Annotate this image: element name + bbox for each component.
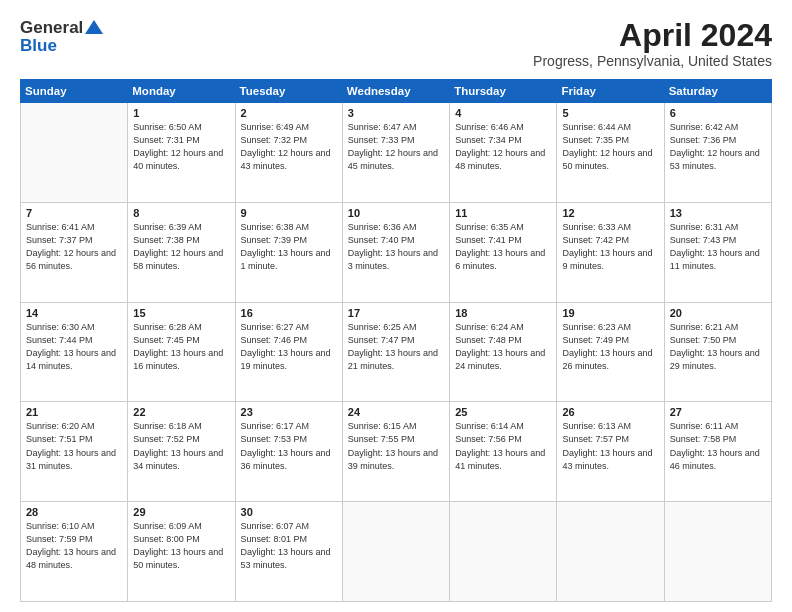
day-detail: Sunrise: 6:31 AMSunset: 7:43 PMDaylight:…	[670, 221, 766, 273]
day-number: 25	[455, 406, 551, 418]
day-detail: Sunrise: 6:39 AMSunset: 7:38 PMDaylight:…	[133, 221, 229, 273]
calendar-week-row: 1Sunrise: 6:50 AMSunset: 7:31 PMDaylight…	[21, 103, 772, 203]
day-number: 21	[26, 406, 122, 418]
table-row: 22Sunrise: 6:18 AMSunset: 7:52 PMDayligh…	[128, 402, 235, 502]
day-number: 17	[348, 307, 444, 319]
table-row: 6Sunrise: 6:42 AMSunset: 7:36 PMDaylight…	[664, 103, 771, 203]
header-thursday: Thursday	[450, 80, 557, 103]
header-monday: Monday	[128, 80, 235, 103]
table-row: 10Sunrise: 6:36 AMSunset: 7:40 PMDayligh…	[342, 202, 449, 302]
day-detail: Sunrise: 6:21 AMSunset: 7:50 PMDaylight:…	[670, 321, 766, 373]
table-row: 1Sunrise: 6:50 AMSunset: 7:31 PMDaylight…	[128, 103, 235, 203]
calendar-week-row: 21Sunrise: 6:20 AMSunset: 7:51 PMDayligh…	[21, 402, 772, 502]
header-wednesday: Wednesday	[342, 80, 449, 103]
day-number: 9	[241, 207, 337, 219]
logo: General Blue	[20, 18, 103, 56]
day-detail: Sunrise: 6:46 AMSunset: 7:34 PMDaylight:…	[455, 121, 551, 173]
day-detail: Sunrise: 6:30 AMSunset: 7:44 PMDaylight:…	[26, 321, 122, 373]
day-detail: Sunrise: 6:47 AMSunset: 7:33 PMDaylight:…	[348, 121, 444, 173]
table-row: 28Sunrise: 6:10 AMSunset: 7:59 PMDayligh…	[21, 502, 128, 602]
header-friday: Friday	[557, 80, 664, 103]
table-row: 19Sunrise: 6:23 AMSunset: 7:49 PMDayligh…	[557, 302, 664, 402]
day-number: 6	[670, 107, 766, 119]
day-detail: Sunrise: 6:41 AMSunset: 7:37 PMDaylight:…	[26, 221, 122, 273]
day-number: 7	[26, 207, 122, 219]
table-row: 27Sunrise: 6:11 AMSunset: 7:58 PMDayligh…	[664, 402, 771, 502]
logo-general: General	[20, 18, 83, 38]
day-number: 1	[133, 107, 229, 119]
table-row: 20Sunrise: 6:21 AMSunset: 7:50 PMDayligh…	[664, 302, 771, 402]
table-row: 7Sunrise: 6:41 AMSunset: 7:37 PMDaylight…	[21, 202, 128, 302]
table-row: 30Sunrise: 6:07 AMSunset: 8:01 PMDayligh…	[235, 502, 342, 602]
page: General Blue April 2024 Progress, Pennsy…	[0, 0, 792, 612]
day-number: 8	[133, 207, 229, 219]
day-detail: Sunrise: 6:44 AMSunset: 7:35 PMDaylight:…	[562, 121, 658, 173]
table-row: 17Sunrise: 6:25 AMSunset: 7:47 PMDayligh…	[342, 302, 449, 402]
calendar-week-row: 7Sunrise: 6:41 AMSunset: 7:37 PMDaylight…	[21, 202, 772, 302]
day-detail: Sunrise: 6:33 AMSunset: 7:42 PMDaylight:…	[562, 221, 658, 273]
day-detail: Sunrise: 6:18 AMSunset: 7:52 PMDaylight:…	[133, 420, 229, 472]
day-detail: Sunrise: 6:27 AMSunset: 7:46 PMDaylight:…	[241, 321, 337, 373]
day-detail: Sunrise: 6:09 AMSunset: 8:00 PMDaylight:…	[133, 520, 229, 572]
table-row	[664, 502, 771, 602]
title-location: Progress, Pennsylvania, United States	[533, 53, 772, 69]
day-detail: Sunrise: 6:11 AMSunset: 7:58 PMDaylight:…	[670, 420, 766, 472]
day-detail: Sunrise: 6:25 AMSunset: 7:47 PMDaylight:…	[348, 321, 444, 373]
header-sunday: Sunday	[21, 80, 128, 103]
day-number: 10	[348, 207, 444, 219]
calendar-week-row: 28Sunrise: 6:10 AMSunset: 7:59 PMDayligh…	[21, 502, 772, 602]
day-number: 18	[455, 307, 551, 319]
day-number: 2	[241, 107, 337, 119]
table-row: 29Sunrise: 6:09 AMSunset: 8:00 PMDayligh…	[128, 502, 235, 602]
header: General Blue April 2024 Progress, Pennsy…	[20, 18, 772, 69]
table-row: 16Sunrise: 6:27 AMSunset: 7:46 PMDayligh…	[235, 302, 342, 402]
day-number: 19	[562, 307, 658, 319]
title-block: April 2024 Progress, Pennsylvania, Unite…	[533, 18, 772, 69]
calendar-week-row: 14Sunrise: 6:30 AMSunset: 7:44 PMDayligh…	[21, 302, 772, 402]
table-row: 2Sunrise: 6:49 AMSunset: 7:32 PMDaylight…	[235, 103, 342, 203]
day-detail: Sunrise: 6:38 AMSunset: 7:39 PMDaylight:…	[241, 221, 337, 273]
day-number: 14	[26, 307, 122, 319]
table-row	[557, 502, 664, 602]
table-row: 12Sunrise: 6:33 AMSunset: 7:42 PMDayligh…	[557, 202, 664, 302]
day-number: 30	[241, 506, 337, 518]
day-detail: Sunrise: 6:36 AMSunset: 7:40 PMDaylight:…	[348, 221, 444, 273]
day-detail: Sunrise: 6:10 AMSunset: 7:59 PMDaylight:…	[26, 520, 122, 572]
table-row: 23Sunrise: 6:17 AMSunset: 7:53 PMDayligh…	[235, 402, 342, 502]
day-number: 16	[241, 307, 337, 319]
table-row: 25Sunrise: 6:14 AMSunset: 7:56 PMDayligh…	[450, 402, 557, 502]
table-row: 26Sunrise: 6:13 AMSunset: 7:57 PMDayligh…	[557, 402, 664, 502]
table-row: 21Sunrise: 6:20 AMSunset: 7:51 PMDayligh…	[21, 402, 128, 502]
logo-triangle-icon	[85, 20, 103, 34]
day-detail: Sunrise: 6:13 AMSunset: 7:57 PMDaylight:…	[562, 420, 658, 472]
day-detail: Sunrise: 6:24 AMSunset: 7:48 PMDaylight:…	[455, 321, 551, 373]
day-number: 24	[348, 406, 444, 418]
table-row: 15Sunrise: 6:28 AMSunset: 7:45 PMDayligh…	[128, 302, 235, 402]
day-number: 23	[241, 406, 337, 418]
header-saturday: Saturday	[664, 80, 771, 103]
table-row: 3Sunrise: 6:47 AMSunset: 7:33 PMDaylight…	[342, 103, 449, 203]
table-row: 8Sunrise: 6:39 AMSunset: 7:38 PMDaylight…	[128, 202, 235, 302]
day-number: 27	[670, 406, 766, 418]
day-number: 4	[455, 107, 551, 119]
day-number: 13	[670, 207, 766, 219]
day-number: 11	[455, 207, 551, 219]
table-row	[450, 502, 557, 602]
day-detail: Sunrise: 6:15 AMSunset: 7:55 PMDaylight:…	[348, 420, 444, 472]
table-row: 4Sunrise: 6:46 AMSunset: 7:34 PMDaylight…	[450, 103, 557, 203]
day-detail: Sunrise: 6:35 AMSunset: 7:41 PMDaylight:…	[455, 221, 551, 273]
day-number: 29	[133, 506, 229, 518]
table-row: 5Sunrise: 6:44 AMSunset: 7:35 PMDaylight…	[557, 103, 664, 203]
day-number: 22	[133, 406, 229, 418]
table-row: 9Sunrise: 6:38 AMSunset: 7:39 PMDaylight…	[235, 202, 342, 302]
day-detail: Sunrise: 6:23 AMSunset: 7:49 PMDaylight:…	[562, 321, 658, 373]
day-detail: Sunrise: 6:50 AMSunset: 7:31 PMDaylight:…	[133, 121, 229, 173]
day-detail: Sunrise: 6:17 AMSunset: 7:53 PMDaylight:…	[241, 420, 337, 472]
day-detail: Sunrise: 6:14 AMSunset: 7:56 PMDaylight:…	[455, 420, 551, 472]
calendar-table: Sunday Monday Tuesday Wednesday Thursday…	[20, 79, 772, 602]
title-month: April 2024	[533, 18, 772, 53]
day-number: 20	[670, 307, 766, 319]
header-tuesday: Tuesday	[235, 80, 342, 103]
day-number: 15	[133, 307, 229, 319]
logo-blue: Blue	[20, 36, 57, 56]
